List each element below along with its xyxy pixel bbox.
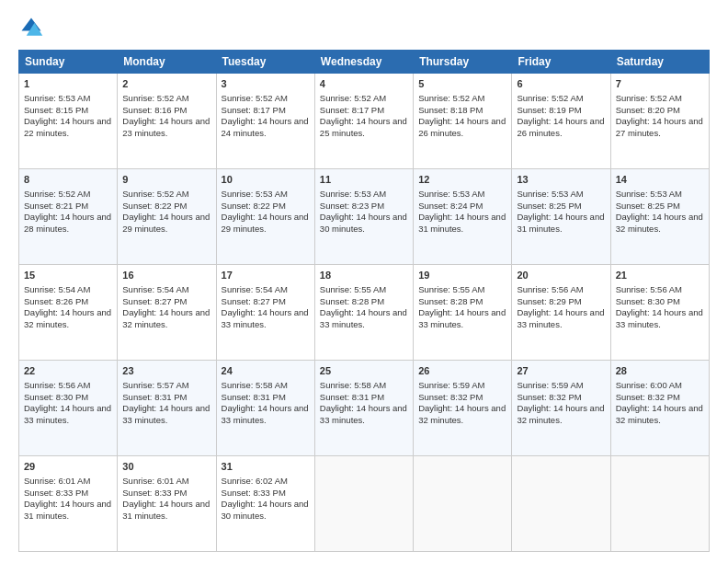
calendar-week-row: 8Sunrise: 5:52 AMSunset: 8:21 PMDaylight…: [19, 169, 710, 265]
daylight-label: Daylight: 14 hours and 33 minutes.: [24, 403, 111, 425]
sunrise-text: Sunrise: 5:52 AM: [122, 189, 188, 199]
calendar-cell: 22Sunrise: 5:56 AMSunset: 8:30 PMDayligh…: [19, 361, 118, 456]
sunrise-text: Sunrise: 5:52 AM: [24, 189, 90, 199]
calendar-cell: 3Sunrise: 5:52 AMSunset: 8:17 PMDaylight…: [216, 74, 314, 169]
daylight-label: Daylight: 14 hours and 32 minutes.: [24, 307, 111, 329]
daylight-label: Daylight: 14 hours and 29 minutes.: [222, 212, 309, 234]
sunset-text: Sunset: 8:27 PM: [122, 296, 187, 306]
day-number: 1: [24, 77, 112, 91]
day-number: 29: [24, 460, 112, 474]
day-number: 5: [418, 77, 506, 91]
calendar-cell: 28Sunrise: 6:00 AMSunset: 8:32 PMDayligh…: [610, 361, 709, 456]
sunset-text: Sunset: 8:21 PM: [24, 201, 88, 211]
sunrise-text: Sunrise: 5:58 AM: [320, 380, 386, 390]
daylight-label: Daylight: 14 hours and 32 minutes.: [517, 403, 604, 425]
day-number: 17: [222, 269, 310, 282]
sunset-text: Sunset: 8:33 PM: [222, 488, 286, 498]
sunrise-text: Sunrise: 6:02 AM: [222, 476, 288, 486]
daylight-label: Daylight: 14 hours and 31 minutes.: [24, 499, 111, 521]
sunrise-text: Sunrise: 6:01 AM: [24, 476, 90, 486]
calendar-week-row: 29Sunrise: 6:01 AMSunset: 8:33 PMDayligh…: [19, 456, 710, 552]
sunrise-text: Sunrise: 5:53 AM: [24, 93, 90, 103]
day-number: 19: [418, 269, 506, 282]
sunset-text: Sunset: 8:30 PM: [616, 296, 680, 306]
sunrise-text: Sunrise: 5:52 AM: [517, 93, 583, 103]
daylight-label: Daylight: 14 hours and 31 minutes.: [122, 499, 210, 521]
sunset-text: Sunset: 8:20 PM: [616, 105, 680, 115]
calendar-cell: 5Sunrise: 5:52 AMSunset: 8:18 PMDaylight…: [414, 74, 512, 169]
sunrise-text: Sunrise: 5:58 AM: [222, 380, 288, 390]
day-number: 20: [517, 269, 605, 282]
daylight-label: Daylight: 14 hours and 29 minutes.: [122, 212, 210, 234]
daylight-label: Daylight: 14 hours and 28 minutes.: [24, 212, 111, 234]
sunset-text: Sunset: 8:25 PM: [517, 201, 581, 211]
sunset-text: Sunset: 8:23 PM: [320, 201, 384, 211]
daylight-label: Daylight: 14 hours and 26 minutes.: [418, 116, 506, 138]
calendar-cell: 7Sunrise: 5:52 AMSunset: 8:20 PMDaylight…: [610, 74, 709, 169]
sunrise-text: Sunrise: 5:52 AM: [320, 93, 386, 103]
logo: [18, 15, 48, 40]
day-number: 23: [122, 364, 210, 378]
sunset-text: Sunset: 8:29 PM: [517, 296, 581, 306]
day-number: 30: [122, 460, 210, 474]
sunrise-text: Sunrise: 5:56 AM: [24, 380, 90, 390]
sunrise-text: Sunrise: 5:53 AM: [320, 189, 386, 199]
day-number: 3: [222, 77, 310, 91]
calendar-cell: 17Sunrise: 5:54 AMSunset: 8:27 PMDayligh…: [216, 265, 314, 361]
sunset-text: Sunset: 8:33 PM: [122, 488, 187, 498]
sunrise-text: Sunrise: 5:54 AM: [24, 284, 90, 294]
day-number: 15: [24, 269, 112, 282]
sunset-text: Sunset: 8:27 PM: [222, 296, 286, 306]
col-header-tuesday: Tuesday: [216, 51, 314, 74]
sunset-text: Sunset: 8:17 PM: [320, 105, 384, 115]
calendar-cell: 18Sunrise: 5:55 AMSunset: 8:28 PMDayligh…: [314, 265, 413, 361]
daylight-label: Daylight: 14 hours and 33 minutes.: [517, 307, 604, 329]
calendar-cell: 15Sunrise: 5:54 AMSunset: 8:26 PMDayligh…: [19, 265, 118, 361]
day-number: 12: [418, 173, 506, 187]
calendar-cell: 4Sunrise: 5:52 AMSunset: 8:17 PMDaylight…: [314, 74, 413, 169]
day-number: 13: [517, 173, 605, 187]
sunrise-text: Sunrise: 5:59 AM: [517, 380, 583, 390]
daylight-label: Daylight: 14 hours and 33 minutes.: [122, 403, 210, 425]
day-number: 18: [320, 269, 408, 282]
sunrise-text: Sunrise: 5:55 AM: [418, 284, 484, 294]
calendar-cell: 8Sunrise: 5:52 AMSunset: 8:21 PMDaylight…: [19, 169, 118, 265]
sunset-text: Sunset: 8:19 PM: [517, 105, 581, 115]
sunrise-text: Sunrise: 5:55 AM: [320, 284, 386, 294]
calendar-cell: 1Sunrise: 5:53 AMSunset: 8:15 PMDaylight…: [19, 74, 118, 169]
calendar-cell: 12Sunrise: 5:53 AMSunset: 8:24 PMDayligh…: [414, 169, 512, 265]
col-header-friday: Friday: [512, 51, 610, 74]
daylight-label: Daylight: 14 hours and 32 minutes.: [122, 307, 210, 329]
calendar-cell: [610, 456, 709, 552]
calendar-cell: 30Sunrise: 6:01 AMSunset: 8:33 PMDayligh…: [118, 456, 216, 552]
calendar-cell: 29Sunrise: 6:01 AMSunset: 8:33 PMDayligh…: [19, 456, 118, 552]
col-header-saturday: Saturday: [610, 51, 709, 74]
sunrise-text: Sunrise: 5:53 AM: [222, 189, 288, 199]
daylight-label: Daylight: 14 hours and 32 minutes.: [616, 212, 703, 234]
sunset-text: Sunset: 8:28 PM: [418, 296, 483, 306]
sunrise-text: Sunrise: 5:56 AM: [517, 284, 583, 294]
sunset-text: Sunset: 8:24 PM: [418, 201, 483, 211]
calendar-cell: [314, 456, 413, 552]
calendar-cell: 19Sunrise: 5:55 AMSunset: 8:28 PMDayligh…: [414, 265, 512, 361]
sunrise-text: Sunrise: 5:57 AM: [122, 380, 188, 390]
day-number: 26: [418, 364, 506, 378]
sunset-text: Sunset: 8:32 PM: [517, 392, 581, 402]
daylight-label: Daylight: 14 hours and 33 minutes.: [418, 307, 506, 329]
day-number: 7: [616, 77, 704, 91]
sunset-text: Sunset: 8:33 PM: [24, 488, 88, 498]
day-number: 10: [222, 173, 310, 187]
calendar-cell: 9Sunrise: 5:52 AMSunset: 8:22 PMDaylight…: [118, 169, 216, 265]
daylight-label: Daylight: 14 hours and 33 minutes.: [222, 307, 309, 329]
calendar-week-row: 22Sunrise: 5:56 AMSunset: 8:30 PMDayligh…: [19, 361, 710, 456]
sunrise-text: Sunrise: 5:52 AM: [122, 93, 188, 103]
day-number: 21: [616, 269, 704, 282]
logo-icon: [18, 15, 44, 40]
calendar-cell: [414, 456, 512, 552]
sunset-text: Sunset: 8:17 PM: [222, 105, 286, 115]
sunrise-text: Sunrise: 5:52 AM: [418, 93, 484, 103]
daylight-label: Daylight: 14 hours and 23 minutes.: [122, 116, 210, 138]
daylight-label: Daylight: 14 hours and 30 minutes.: [320, 212, 407, 234]
calendar-cell: 2Sunrise: 5:52 AMSunset: 8:16 PMDaylight…: [118, 74, 216, 169]
sunrise-text: Sunrise: 6:01 AM: [122, 476, 188, 486]
